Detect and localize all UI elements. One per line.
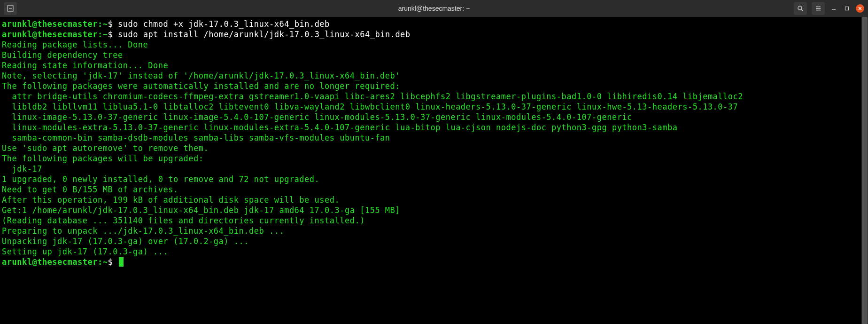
prompt-path: ~ [103,19,108,29]
svg-line-3 [801,9,803,11]
output-line: Setting up jdk-17 (17.0.3-ga) ... [2,246,866,257]
search-icon [797,5,804,12]
output-line: 1 upgraded, 0 newly installed, 0 to remo… [2,174,866,184]
prompt-separator: : [98,257,103,267]
hamburger-icon [815,5,822,12]
output-line: Need to get 0 B/155 MB of archives. [2,184,866,195]
prompt-user-host: arunkl@thesecmaster [2,30,98,39]
svg-point-2 [798,6,802,10]
output-line: The following packages were automaticall… [2,81,866,91]
window-titlebar: arunkl@thesecmaster: ~ [0,0,868,17]
output-line: After this operation, 199 kB of addition… [2,195,866,205]
command-1: sudo chmod +x jdk-17.0.3_linux-x64_bin.d… [118,19,330,29]
output-line: Preparing to unpack .../jdk-17.0.3_linux… [2,226,866,236]
output-line: Note, selecting 'jdk-17' instead of '/ho… [2,71,866,81]
menu-button[interactable] [812,2,825,15]
prompt-dollar: $ [108,19,113,29]
search-button[interactable] [794,2,807,15]
svg-rect-8 [845,7,849,10]
prompt-line-3: arunkl@thesecmaster:~$ [2,257,866,267]
maximize-button[interactable] [843,4,851,13]
prompt-path: ~ [103,30,108,39]
output-line: linux-image-5.13.0-37-generic linux-imag… [2,112,866,122]
prompt-user-host: arunkl@thesecmaster [2,257,98,267]
cursor [119,257,124,267]
output-line: libldb2 libllvm11 liblua5.1-0 libtalloc2… [2,102,866,112]
close-button[interactable] [856,4,864,13]
vertical-scrollbar[interactable] [861,17,868,324]
output-line: Building dependency tree [2,50,866,60]
output-line: Unpacking jdk-17 (17.0.3-ga) over (17.0.… [2,236,866,246]
command-2: sudo apt install /home/arunkl/jdk-17.0.3… [118,30,411,39]
terminal-content: arunkl@thesecmaster:~$ sudo chmod +x jdk… [2,19,866,267]
new-tab-button[interactable] [4,2,17,15]
output-line: Use 'sudo apt autoremove' to remove them… [2,143,866,153]
output-line: attr bridge-utils chromium-codecs-ffmpeg… [2,91,866,102]
prompt-line-2: arunkl@thesecmaster:~$ sudo apt install … [2,29,866,40]
prompt-line-1: arunkl@thesecmaster:~$ sudo chmod +x jdk… [2,19,866,29]
output-block: Reading package lists... DoneBuilding de… [2,40,866,257]
window-title: arunkl@thesecmaster: ~ [398,5,470,12]
prompt-separator: : [98,19,103,29]
output-line: Get:1 /home/arunkl/jdk-17.0.3_linux-x64_… [2,205,866,215]
titlebar-right-controls [794,2,864,15]
maximize-icon [845,6,849,11]
output-line: The following packages will be upgraded: [2,153,866,164]
close-icon [858,6,862,11]
scrollbar-thumb[interactable] [862,17,868,324]
prompt-dollar: $ [108,30,113,39]
output-line: Reading package lists... Done [2,40,866,50]
output-line: (Reading database ... 351140 files and d… [2,215,866,226]
output-line: jdk-17 [2,164,866,174]
titlebar-left-controls [4,2,17,15]
prompt-user-host: arunkl@thesecmaster [2,19,98,29]
output-line: Reading state information... Done [2,60,866,71]
prompt-dollar: $ [108,257,113,267]
terminal-area[interactable]: arunkl@thesecmaster:~$ sudo chmod +x jdk… [0,17,868,324]
prompt-path: ~ [103,257,108,267]
prompt-separator: : [98,30,103,39]
output-line: samba-common-bin samba-dsdb-modules samb… [2,133,866,143]
output-line: linux-modules-extra-5.13.0-37-generic li… [2,122,866,133]
minimize-icon [831,6,836,11]
minimize-button[interactable] [829,4,838,13]
